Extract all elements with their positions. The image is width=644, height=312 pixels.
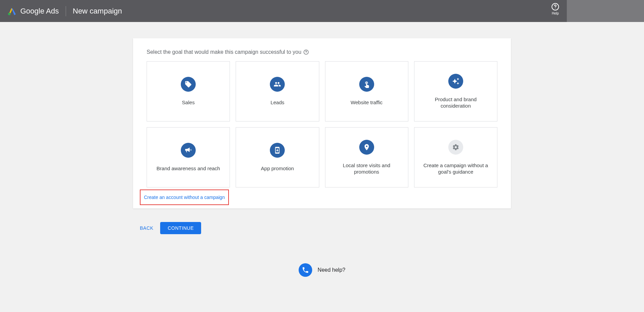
footer-buttons: BACK CONTINUE (133, 208, 511, 234)
gear-icon (448, 140, 463, 155)
product-name: Google Ads (20, 7, 59, 16)
sparkle-icon (448, 74, 463, 89)
goal-selection-card: Select the goal that would make this cam… (133, 38, 511, 208)
goals-grid: Sales Leads Website traffic Product and … (147, 61, 497, 187)
prompt-text: Select the goal that would make this cam… (147, 49, 301, 55)
back-button[interactable]: BACK (140, 225, 153, 231)
prompt-row: Select the goal that would make this cam… (147, 49, 497, 55)
click-icon (359, 77, 374, 92)
info-icon[interactable] (303, 49, 309, 55)
svg-point-4 (306, 53, 306, 53)
phone-icon (270, 143, 285, 158)
goal-label: Product and brand consideration (421, 96, 490, 109)
goal-no-guidance[interactable]: Create a campaign without a goal's guida… (414, 127, 497, 187)
create-account-without-campaign-link[interactable]: Create an account without a campaign (144, 195, 225, 200)
goal-label: Leads (271, 99, 284, 106)
megaphone-icon (181, 143, 196, 158)
header-right-strip (567, 0, 644, 22)
goal-product-brand-consideration[interactable]: Product and brand consideration (414, 61, 497, 121)
pin-icon (359, 140, 374, 155)
google-ads-logo-icon (7, 6, 17, 16)
continue-button[interactable]: CONTINUE (160, 222, 201, 234)
page-title: New campaign (73, 7, 122, 16)
product-logo: Google Ads (7, 6, 59, 16)
goal-label: Create a campaign without a goal's guida… (421, 162, 490, 175)
need-help-section: Need help? (133, 263, 511, 277)
goal-brand-awareness[interactable]: Brand awareness and reach (147, 127, 230, 187)
goal-label: Website traffic (350, 99, 382, 106)
need-help-text: Need help? (318, 267, 345, 273)
skip-link-highlight: Create an account without a campaign (140, 190, 229, 205)
help-label: Help (552, 12, 559, 15)
help-button[interactable]: Help (551, 3, 559, 15)
help-icon (551, 3, 559, 11)
header-divider (66, 6, 66, 16)
svg-point-0 (8, 13, 10, 15)
goal-local-store[interactable]: Local store visits and promotions (325, 127, 408, 187)
tag-icon (181, 77, 196, 92)
goal-label: Brand awareness and reach (156, 165, 220, 172)
goal-sales[interactable]: Sales (147, 61, 230, 121)
svg-point-2 (555, 8, 556, 9)
goal-app-promotion[interactable]: App promotion (236, 127, 319, 187)
goal-label: Local store visits and promotions (332, 162, 401, 175)
goal-leads[interactable]: Leads (236, 61, 319, 121)
people-icon (270, 77, 285, 92)
app-header: Google Ads New campaign Help (0, 0, 644, 22)
goal-label: Sales (182, 99, 195, 106)
content-area: Select the goal that would make this cam… (0, 22, 644, 293)
goal-website-traffic[interactable]: Website traffic (325, 61, 408, 121)
phone-support-icon (299, 263, 312, 277)
goal-label: App promotion (261, 165, 294, 172)
